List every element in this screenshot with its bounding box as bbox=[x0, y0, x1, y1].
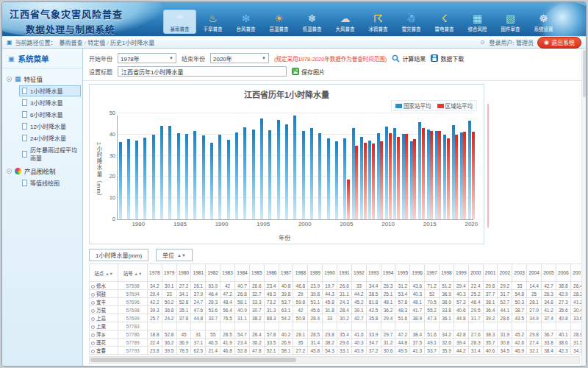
station-radio[interactable] bbox=[91, 293, 95, 297]
column-header-year[interactable]: 1979 bbox=[162, 264, 176, 282]
column-header-year[interactable]: 1995 bbox=[395, 264, 410, 282]
column-header-year[interactable]: 1996 bbox=[410, 264, 425, 282]
tree-item[interactable]: 历年暴雨过程平均雨量 bbox=[19, 144, 81, 163]
column-header-year[interactable]: 2001 bbox=[483, 264, 498, 282]
breadcrumb-item[interactable]: 历史1小时降水量 bbox=[110, 40, 154, 46]
horizontal-scrollbar[interactable] bbox=[89, 356, 580, 364]
unit-select[interactable]: 单位▲▼ bbox=[156, 249, 193, 261]
value-cell: 44.3 bbox=[323, 290, 337, 298]
tree-item[interactable]: 3小时降水量 bbox=[19, 97, 81, 108]
tree-item[interactable]: 12小时降水量 bbox=[19, 121, 81, 132]
nav-combined-risk[interactable]: ▦综合风险 bbox=[461, 10, 494, 34]
breadcrumb-item[interactable]: 特定值 bbox=[87, 40, 105, 46]
logout-button[interactable]: ◉退出系统 bbox=[537, 37, 581, 49]
end-year-select[interactable]: 2020年▼ bbox=[210, 53, 269, 63]
main-nav: ☂暴雨普查♨干旱普查✻台风普查☀高温普查❄低温普查☁大风普查☈冰雹普查☃雪灾普查… bbox=[160, 2, 586, 36]
legend-entry[interactable]: 区域站平均 bbox=[437, 102, 473, 110]
station-radio[interactable] bbox=[91, 309, 95, 313]
column-header-year[interactable]: 1982 bbox=[206, 264, 220, 282]
start-year-select[interactable]: 1978年▼ bbox=[118, 53, 176, 63]
column-header-year[interactable]: 1986 bbox=[264, 264, 279, 282]
station-radio[interactable] bbox=[91, 325, 95, 329]
collapse-toggle-icon[interactable] bbox=[7, 77, 12, 82]
column-header-year[interactable]: 2003 bbox=[512, 264, 527, 282]
download-button[interactable]: 数据下载 bbox=[431, 54, 464, 63]
column-header-year[interactable]: 1999 bbox=[453, 264, 468, 282]
column-header-year[interactable]: 1990 bbox=[323, 264, 337, 282]
x-tick-label: 1980 bbox=[132, 221, 145, 227]
value-cell: 81.8 bbox=[366, 298, 381, 306]
nav-gale-survey[interactable]: ☁大风普查 bbox=[329, 10, 362, 34]
value-cell: 45.2 bbox=[351, 298, 366, 306]
column-header-year[interactable]: 1989 bbox=[308, 264, 323, 282]
column-header-year[interactable]: 1983 bbox=[220, 264, 235, 282]
value-cell: 47.6 bbox=[191, 306, 206, 314]
station-radio[interactable] bbox=[91, 317, 95, 321]
nav-hail-survey[interactable]: ☈冰雹普查 bbox=[362, 10, 395, 34]
column-header-year[interactable]: 1978 bbox=[147, 264, 162, 282]
tree-item[interactable]: 等值线绘图 bbox=[19, 177, 81, 188]
column-header-year[interactable]: 1980 bbox=[176, 264, 191, 282]
column-header-year[interactable]: 1987 bbox=[279, 264, 293, 282]
column-header-year[interactable]: 1984 bbox=[235, 264, 250, 282]
column-header-year[interactable]: 1988 bbox=[293, 264, 308, 282]
column-header-year[interactable]: 1993 bbox=[366, 264, 381, 282]
station-radio[interactable] bbox=[91, 301, 95, 305]
column-header-year[interactable]: 1997 bbox=[425, 264, 440, 282]
bar-国家站平均-2016 bbox=[435, 131, 438, 219]
metric-box[interactable]: 1小时降水量(mm) bbox=[89, 249, 148, 261]
nav-rainstorm-survey[interactable]: ☂暴雨普查 bbox=[163, 10, 196, 34]
nav-cold-survey[interactable]: ❄低温普查 bbox=[295, 10, 329, 34]
vertical-scrollbar[interactable] bbox=[581, 49, 586, 366]
chevron-down-icon: ▼ bbox=[169, 56, 173, 60]
column-header-year[interactable]: 2006 bbox=[556, 264, 570, 282]
column-header-year[interactable]: 1991 bbox=[337, 264, 352, 282]
scrollbar-thumb[interactable] bbox=[583, 50, 586, 97]
column-header-year[interactable]: 1981 bbox=[191, 264, 206, 282]
station-radio[interactable] bbox=[91, 350, 95, 353]
scrollbar-thumb[interactable] bbox=[90, 358, 296, 362]
value-cell: 26.1 bbox=[191, 282, 206, 290]
legend-swatch bbox=[437, 104, 444, 108]
value-cell: 34.7 bbox=[366, 339, 381, 347]
column-header-year[interactable]: 1994 bbox=[381, 264, 395, 282]
y-tick-label: 30 bbox=[110, 152, 115, 159]
nav-map-review[interactable]: ▧图件审查 bbox=[494, 10, 527, 34]
tree-item[interactable]: 1小时降水量 bbox=[19, 85, 81, 96]
tree-group-1[interactable]: 产品图绘制 bbox=[4, 164, 81, 177]
nav-snow-survey[interactable]: ☃雪灾普查 bbox=[395, 10, 428, 34]
nav-heat-survey[interactable]: ☀高温普查 bbox=[262, 10, 295, 34]
column-header-year[interactable]: 1985 bbox=[249, 264, 264, 282]
column-header-station[interactable]: 站点 ▲▼ bbox=[90, 264, 118, 282]
tree-group-0[interactable]: ▦特征值 bbox=[4, 72, 81, 85]
column-header-year[interactable]: 2005 bbox=[542, 264, 556, 282]
station-radio[interactable] bbox=[91, 342, 95, 345]
calculate-button[interactable]: 计算结果 bbox=[392, 54, 426, 63]
column-header-year[interactable]: 2000 bbox=[468, 264, 483, 282]
nav-system-settings[interactable]: ☸系统设置 bbox=[527, 10, 560, 34]
legend-entry[interactable]: 国家站平均 bbox=[395, 102, 431, 110]
save-image-button[interactable]: 保存图片 bbox=[292, 68, 325, 76]
value-cell: 54.3 bbox=[323, 347, 337, 355]
nav-typhoon-survey[interactable]: ✻台风普查 bbox=[229, 10, 262, 34]
value-cell: 28.3 bbox=[468, 339, 483, 347]
column-header-station-id[interactable]: 站号 ▲▼ bbox=[118, 264, 147, 282]
column-header-year[interactable]: 2002 bbox=[498, 264, 512, 282]
column-header-year[interactable]: 2004 bbox=[527, 264, 542, 282]
breadcrumb-item[interactable]: 暴雨普查 bbox=[60, 40, 83, 46]
column-header-year[interactable]: 1998 bbox=[440, 264, 454, 282]
chart-panel: 江西省历年1小时降水量 国家站平均区域站平均 1小时降水量（mm） 010203… bbox=[89, 84, 484, 244]
nav-drought-survey[interactable]: ♨干旱普查 bbox=[196, 10, 229, 34]
station-radio[interactable] bbox=[91, 285, 95, 289]
value-cell bbox=[542, 322, 556, 330]
value-cell: 36.9 bbox=[176, 339, 191, 347]
tree-item[interactable]: 24小时降水量 bbox=[19, 132, 81, 144]
tree-item-label: 1小时降水量 bbox=[30, 87, 62, 95]
station-radio[interactable] bbox=[91, 333, 95, 337]
chart-title-input[interactable]: 江西省历年1小时降水量 bbox=[118, 66, 287, 77]
tree-item[interactable]: 6小时降水量 bbox=[19, 109, 81, 120]
collapse-toggle-icon[interactable] bbox=[7, 169, 12, 174]
table-row: 万载5769839.336.835.147.653.656.440.930.73… bbox=[90, 306, 586, 314]
column-header-year[interactable]: 1992 bbox=[351, 264, 366, 282]
nav-lightning-survey[interactable]: ☇雷电普查 bbox=[428, 10, 461, 34]
